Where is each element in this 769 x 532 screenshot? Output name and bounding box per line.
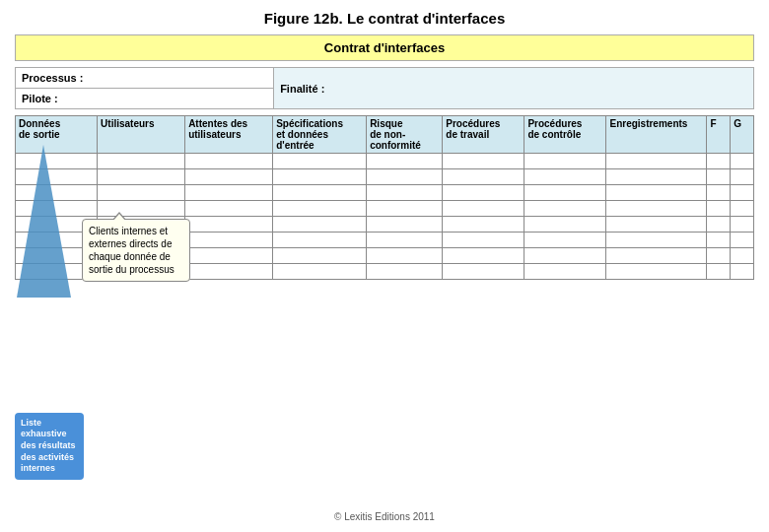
table-cell: [443, 248, 524, 264]
table-cell: [524, 233, 606, 248]
table-cell: [185, 201, 273, 217]
table-cell: [185, 185, 273, 201]
table-cell: [367, 185, 443, 201]
table-cell: [443, 185, 524, 201]
table-cell: [707, 233, 731, 248]
table-cell: [273, 169, 367, 185]
table-cell: [731, 185, 754, 201]
table-cell: [367, 264, 443, 280]
header-proc-travail: Procéduresde travail: [443, 116, 524, 154]
table-cell: [707, 217, 731, 233]
table-cell: [524, 201, 606, 217]
table-cell: [731, 217, 754, 233]
table-cell: [707, 264, 731, 280]
table-cell: [273, 248, 367, 264]
info-table: Processus : Finalité : Pilote :: [15, 67, 754, 109]
table-cell: [367, 233, 443, 248]
table-cell: [606, 248, 707, 264]
table-cell: [367, 201, 443, 217]
table-cell: [98, 185, 185, 201]
header-enregistrements: Enregistrements: [606, 116, 707, 154]
table-cell: [707, 169, 731, 185]
table-cell: [367, 154, 443, 169]
table-cell: [273, 233, 367, 248]
table-cell: [443, 233, 524, 248]
header-spec: Spécificationset donnéesd'entrée: [273, 116, 367, 154]
table-cell: [707, 185, 731, 201]
svg-marker-0: [17, 145, 71, 298]
footer: © Lexitis Editions 2011: [15, 511, 754, 522]
table-cell: [185, 217, 273, 233]
table-cell: [185, 233, 273, 248]
table-cell: [606, 217, 707, 233]
table-cell: [443, 201, 524, 217]
table-cell: [524, 264, 606, 280]
table-cell: [731, 169, 754, 185]
header-attentes: Attentes desutilisateurs: [185, 116, 273, 154]
table-cell: [273, 264, 367, 280]
blue-mountain-shape: [17, 145, 71, 298]
table-cell: [731, 201, 754, 217]
table-cell: [731, 154, 754, 169]
table-cell: [443, 154, 524, 169]
table-cell: [524, 169, 606, 185]
table-cell: [606, 154, 707, 169]
table-cell: [606, 169, 707, 185]
table-cell: [273, 154, 367, 169]
header-g: G: [731, 116, 754, 154]
table-cell: [98, 169, 185, 185]
processus-cell: Processus :: [16, 68, 274, 89]
table-row: [16, 169, 754, 185]
table-cell: [524, 248, 606, 264]
table-header-row: Donnéesde sortie Utilisateurs Attentes d…: [16, 116, 754, 154]
table-cell: [367, 169, 443, 185]
table-cell: [367, 217, 443, 233]
header-proc-controle: Procéduresde contrôle: [524, 116, 606, 154]
table-cell: [707, 154, 731, 169]
table-cell: [606, 233, 707, 248]
table-cell: [367, 248, 443, 264]
table-cell: [273, 185, 367, 201]
contract-header: Contrat d'interfaces: [15, 34, 754, 61]
table-cell: [731, 233, 754, 248]
table-cell: [606, 201, 707, 217]
header-utilisateurs: Utilisateurs: [98, 116, 185, 154]
table-cell: [524, 154, 606, 169]
table-cell: [606, 264, 707, 280]
table-cell: [731, 264, 754, 280]
table-cell: [98, 154, 185, 169]
table-cell: [606, 185, 707, 201]
table-cell: [185, 264, 273, 280]
figure-title: Figure 12b. Le contrat d'interfaces: [15, 10, 754, 27]
header-f: F: [707, 116, 731, 154]
table-cell: [273, 217, 367, 233]
utilisateurs-tooltip: Clients internes et externes directs de …: [82, 219, 190, 282]
table-cell: [273, 201, 367, 217]
header-risque: Risquede non-conformité: [367, 116, 443, 154]
table-cell: [185, 169, 273, 185]
table-row: [16, 185, 754, 201]
donnees-label-box: Liste exhaustive des résultats des activ…: [15, 413, 84, 480]
page: Figure 12b. Le contrat d'interfaces Cont…: [0, 0, 769, 532]
table-cell: [443, 169, 524, 185]
table-cell: [185, 154, 273, 169]
table-wrapper: Clients internes et externes directs de …: [15, 115, 754, 507]
table-cell: [524, 217, 606, 233]
table-cell: [185, 248, 273, 264]
table-cell: [524, 185, 606, 201]
table-cell: [98, 201, 185, 217]
table-cell: [731, 248, 754, 264]
table-cell: [707, 201, 731, 217]
table-cell: [443, 264, 524, 280]
table-row: [16, 154, 754, 169]
table-cell: [707, 248, 731, 264]
table-cell: [443, 217, 524, 233]
pilote-cell: Pilote :: [16, 89, 274, 109]
finalite-cell: Finalité :: [274, 68, 754, 109]
